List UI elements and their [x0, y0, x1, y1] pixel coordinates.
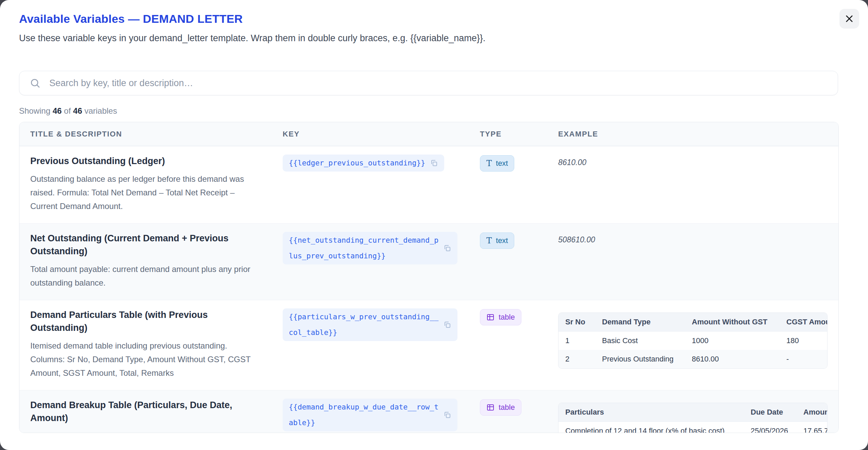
table-row: Previous Outstanding (Ledger) Outstandin…	[19, 146, 838, 223]
page-title: Available Variables — DEMAND LETTER	[19, 12, 849, 26]
variable-title: Demand Particulars Table (with Previous …	[30, 308, 254, 334]
example-table-row: Completion of 12 and 14 floor (x% of bas…	[558, 422, 828, 433]
shown-count: 46	[53, 106, 62, 115]
copy-icon	[430, 159, 438, 167]
variable-key: {{net_outstanding_current_demand_plus_pr…	[289, 232, 438, 264]
type-badge-table: table	[480, 399, 521, 416]
type-badge-text: T text	[480, 155, 514, 172]
column-header-type: Type	[480, 130, 558, 139]
variables-table: Title & Description Key Type Example Pre…	[19, 122, 839, 433]
table-row: Net Outstanding (Current Demand + Previo…	[19, 223, 838, 300]
variable-title: Net Outstanding (Current Demand + Previo…	[30, 232, 254, 258]
copy-icon	[443, 411, 451, 419]
column-header-key: Key	[283, 130, 480, 139]
example-table: Particulars Due Date Amount Completion o…	[558, 403, 828, 433]
variable-key-chip: {{particulars_w_prev_outstanding__col_ta…	[283, 308, 457, 341]
variable-key: {{particulars_w_prev_outstanding__col_ta…	[289, 309, 438, 340]
variable-title: Demand Breakup Table (Particulars, Due D…	[30, 399, 254, 424]
column-header-example: Example	[558, 130, 839, 139]
variable-key-chip: {{ledger_previous_outstanding}}	[283, 155, 444, 172]
table-row: Demand Breakup Table (Particulars, Due D…	[19, 390, 838, 433]
search-box	[19, 71, 838, 95]
variable-description: Itemised demand table including previous…	[30, 339, 254, 380]
copy-key-button[interactable]	[430, 159, 438, 167]
variable-title: Previous Outstanding (Ledger)	[30, 155, 254, 167]
variable-key: {{demand_breakup_w_due_date__row_table}}	[289, 399, 438, 431]
search-input[interactable]	[49, 78, 828, 89]
total-count: 46	[73, 106, 82, 115]
available-variables-modal: Available Variables — DEMAND LETTER Use …	[0, 0, 868, 450]
copy-key-button[interactable]	[443, 321, 451, 329]
variable-description: Total amount payable: current demand amo…	[30, 262, 254, 290]
variable-key-chip: {{net_outstanding_current_demand_plus_pr…	[283, 232, 457, 264]
page-subtitle: Use these variable keys in your demand_l…	[19, 33, 849, 44]
text-type-icon: T	[486, 236, 492, 245]
column-header-title: Title & Description	[19, 130, 283, 139]
table-row: Demand Particulars Table (with Previous …	[19, 300, 838, 390]
example-table-row: 2 Previous Outstanding 8610.00 -	[558, 350, 828, 368]
close-button[interactable]	[839, 9, 859, 29]
example-value: 8610.00	[558, 158, 839, 167]
results-summary: Showing 46 of 46 variables	[19, 106, 117, 116]
search-icon	[30, 78, 40, 89]
table-header-row: Title & Description Key Type Example	[19, 122, 838, 146]
table-type-icon	[486, 313, 495, 321]
example-value: 508610.00	[558, 235, 839, 244]
type-badge-table: table	[480, 309, 521, 325]
type-badge-text: T text	[480, 232, 514, 249]
table-type-icon	[486, 403, 495, 412]
copy-icon	[443, 321, 451, 329]
variable-description: Demand items in a compact 3-column forma…	[30, 429, 254, 433]
variable-key-chip: {{demand_breakup_w_due_date__row_table}}	[283, 399, 457, 431]
example-table-row: 1 Basic Cost 1000 180	[558, 332, 828, 350]
copy-key-button[interactable]	[443, 411, 451, 419]
text-type-icon: T	[486, 159, 492, 168]
example-table: Sr No Demand Type Amount Without GST CGS…	[558, 312, 828, 369]
close-icon	[845, 14, 854, 23]
variable-description: Outstanding balance as per ledger before…	[30, 172, 254, 213]
variable-key: {{ledger_previous_outstanding}}	[289, 155, 425, 171]
copy-key-button[interactable]	[443, 244, 451, 252]
copy-icon	[443, 244, 451, 252]
